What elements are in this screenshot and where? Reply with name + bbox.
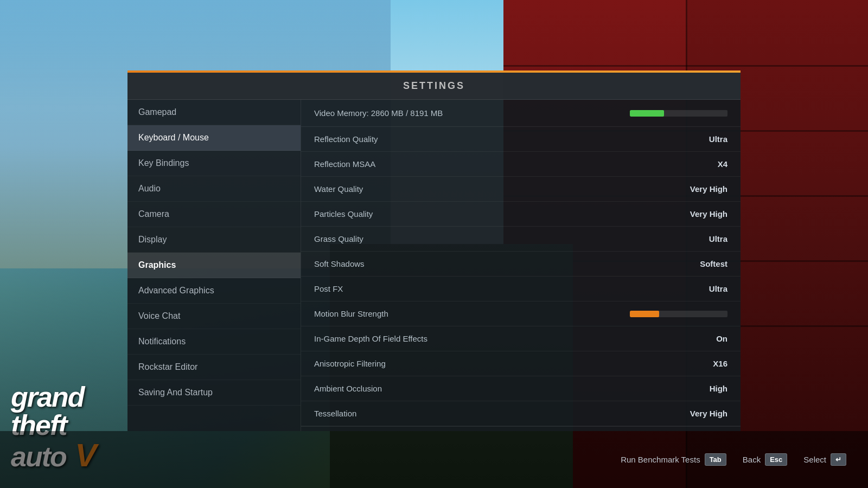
setting-name-reflection-quality: Reflection Quality xyxy=(314,134,378,144)
back-key: Esc xyxy=(765,453,787,466)
sidebar-item-display[interactable]: Display xyxy=(127,227,301,253)
setting-name-particles-quality: Particles Quality xyxy=(314,209,373,219)
bottom-controls: Run Benchmark Tests Tab Back Esc Select … xyxy=(621,453,846,466)
setting-reflection-quality[interactable]: Reflection Quality Ultra xyxy=(301,127,741,152)
memory-bar-fill xyxy=(630,110,664,117)
setting-value-soft-shadows: Softest xyxy=(700,259,727,268)
setting-grass-quality[interactable]: Grass Quality Ultra xyxy=(301,227,741,252)
setting-value-particles-quality: Very High xyxy=(690,209,727,219)
setting-soft-shadows[interactable]: Soft Shadows Softest xyxy=(301,252,741,277)
control-select[interactable]: Select ↵ xyxy=(803,453,846,466)
setting-value-grass-quality: Ultra xyxy=(709,234,727,243)
setting-water-quality[interactable]: Water Quality Very High xyxy=(301,177,741,202)
settings-content: Gamepad Keyboard / Mouse Key Bindings Au… xyxy=(127,100,741,431)
sidebar-item-notifications[interactable]: Notifications xyxy=(127,329,301,355)
setting-name-anisotropic: Anisotropic Filtering xyxy=(314,359,386,368)
setting-tessellation[interactable]: Tessellation Very High xyxy=(301,401,741,426)
setting-value-post-fx: Ultra xyxy=(709,284,727,293)
select-key: ↵ xyxy=(831,453,846,466)
setting-name-ambient-occlusion: Ambient Occlusion xyxy=(314,384,382,393)
sidebar-item-camera[interactable]: Camera xyxy=(127,202,301,227)
setting-anisotropic[interactable]: Anisotropic Filtering X16 xyxy=(301,351,741,376)
sidebar-item-audio[interactable]: Audio xyxy=(127,176,301,202)
setting-value-water-quality: Very High xyxy=(690,184,727,194)
control-back[interactable]: Back Esc xyxy=(743,453,788,466)
setting-value-reflection-msaa: X4 xyxy=(718,159,727,169)
memory-bar xyxy=(630,110,727,117)
sidebar-item-gamepad[interactable]: Gamepad xyxy=(127,100,301,125)
back-label: Back xyxy=(743,455,761,464)
sidebar-item-saving-startup[interactable]: Saving And Startup xyxy=(127,380,301,406)
video-memory-label: Video Memory: 2860 MB / 8191 MB xyxy=(314,108,443,118)
sidebar-item-graphics[interactable]: Graphics xyxy=(127,253,301,278)
sidebar-item-advanced-graphics[interactable]: Advanced Graphics xyxy=(127,278,301,304)
select-label: Select xyxy=(803,455,826,464)
setting-name-soft-shadows: Soft Shadows xyxy=(314,259,365,268)
setting-value-tessellation: Very High xyxy=(690,409,727,418)
sidebar-item-key-bindings[interactable]: Key Bindings xyxy=(127,151,301,176)
benchmark-label: Run Benchmark Tests xyxy=(621,455,700,464)
right-content: Video Memory: 2860 MB / 8191 MB Reflecti… xyxy=(301,100,741,431)
gta-logo-grand: grand xyxy=(11,383,95,411)
setting-name-reflection-msaa: Reflection MSAA xyxy=(314,159,375,169)
setting-name-water-quality: Water Quality xyxy=(314,184,363,194)
setting-depth-of-field[interactable]: In-Game Depth Of Field Effects On xyxy=(301,326,741,351)
sidebar-item-rockstar-editor[interactable]: Rockstar Editor xyxy=(127,355,301,380)
accent-bar xyxy=(127,70,741,73)
setting-reflection-msaa[interactable]: Reflection MSAA X4 xyxy=(301,152,741,177)
sidebar: Gamepad Keyboard / Mouse Key Bindings Au… xyxy=(127,100,301,431)
sidebar-item-keyboard-mouse[interactable]: Keyboard / Mouse xyxy=(127,125,301,151)
setting-motion-blur[interactable]: Motion Blur Strength xyxy=(301,301,741,326)
setting-value-anisotropic: X16 xyxy=(713,359,727,368)
setting-name-depth-of-field: In-Game Depth Of Field Effects xyxy=(314,334,427,343)
restore-defaults-button[interactable]: Restore Defaults xyxy=(301,426,741,431)
bottom-bar: Run Benchmark Tests Tab Back Esc Select … xyxy=(0,431,868,488)
setting-value-reflection-quality: Ultra xyxy=(709,134,727,144)
setting-particles-quality[interactable]: Particles Quality Very High xyxy=(301,202,741,227)
setting-ambient-occlusion[interactable]: Ambient Occlusion High xyxy=(301,376,741,401)
settings-panel: SETTINGS Gamepad Keyboard / Mouse Key Bi… xyxy=(127,73,741,431)
control-benchmark: Run Benchmark Tests Tab xyxy=(621,453,726,466)
setting-value-depth-of-field: On xyxy=(716,334,727,343)
setting-name-grass-quality: Grass Quality xyxy=(314,234,363,243)
setting-name-motion-blur: Motion Blur Strength xyxy=(314,309,388,318)
settings-title: SETTINGS xyxy=(127,73,741,100)
setting-name-post-fx: Post FX xyxy=(314,284,343,293)
benchmark-key: Tab xyxy=(705,453,726,466)
motion-blur-bar[interactable] xyxy=(630,311,727,317)
setting-post-fx[interactable]: Post FX Ultra xyxy=(301,277,741,301)
motion-blur-fill xyxy=(630,311,659,317)
sidebar-item-voice-chat[interactable]: Voice Chat xyxy=(127,304,301,329)
setting-name-tessellation: Tessellation xyxy=(314,409,356,418)
setting-value-ambient-occlusion: High xyxy=(710,384,727,393)
video-memory-row: Video Memory: 2860 MB / 8191 MB xyxy=(301,100,741,127)
